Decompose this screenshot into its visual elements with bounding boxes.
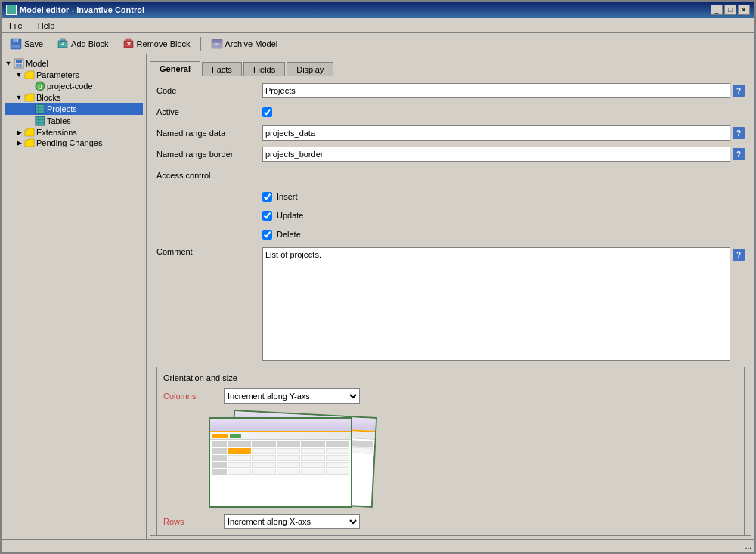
tab-facts[interactable]: Facts [202,62,242,76]
archive-model-label: Archive Model [225,39,278,48]
rows-row: Rows Increment along X-axs Increment alo… [163,514,738,529]
columns-row: Columns Increment along Y-axs Increment … [163,388,738,404]
comment-help-button[interactable]: ? [733,249,745,261]
tree-toggle-extensions[interactable]: ▶ [15,128,23,136]
columns-select[interactable]: Increment along Y-axs Increment along X-… [224,388,360,404]
add-icon: + [57,38,69,50]
comment-textarea[interactable]: List of projects. [262,247,730,361]
excel-thumb-front [209,417,352,508]
maximize-button[interactable]: □ [724,5,736,15]
tab-general[interactable]: General [150,61,200,76]
window-controls: _ □ ✕ [711,5,750,15]
insert-label: Insert [277,192,298,201]
archive-model-button[interactable]: Archive Model [206,36,284,52]
access-control-label: Access control [156,171,262,180]
svg-rect-12 [215,43,219,45]
named-range-data-help-button[interactable]: ? [733,127,745,139]
tree-item-pending-changes[interactable]: ▶ Pending Changes [5,138,143,148]
rows-label: Rows [163,517,224,526]
tree-root: ▼ Model ▼ Parameters [5,57,143,148]
main-layout: ▼ Model ▼ Parameters [2,54,754,539]
tree-item-blocks[interactable]: ▼ Blocks [5,92,143,103]
tree-item-projects[interactable]: ▶ Projects [5,103,143,115]
minimize-button[interactable]: _ [711,5,723,15]
tree-toggle-pending-changes[interactable]: ▶ [15,139,23,147]
tree-item-extensions[interactable]: ▶ Extensions [5,127,143,138]
save-button[interactable]: Save [5,36,48,52]
named-range-border-row: Named range border ? [156,146,745,162]
project-code-icon: p [35,81,45,91]
tree-item-model[interactable]: ▼ Model [5,57,143,70]
svg-text:✕: ✕ [125,41,131,48]
tree-toggle-blocks[interactable]: ▼ [15,94,23,101]
tree-extensions-label: Extensions [36,128,77,137]
archive-icon [211,38,223,50]
svg-rect-22 [36,116,45,125]
insert-row: Insert [262,188,745,205]
delete-label: Delete [277,230,301,239]
insert-checkbox[interactable] [262,192,272,202]
tree-item-project-code[interactable]: ▶ p project-code [5,80,143,92]
active-label: Active [156,107,262,116]
add-block-button[interactable]: + Add Block [51,36,114,52]
tree-toggle-parameters[interactable]: ▼ [15,71,23,79]
columns-label: Columns [163,392,224,401]
named-range-border-input[interactable] [262,147,730,162]
remove-block-button[interactable]: ✕ Remove Block [117,36,196,52]
tree-toggle-model[interactable]: ▼ [5,60,12,67]
code-label: Code [156,86,262,95]
svg-rect-3 [17,39,18,42]
menu-help[interactable]: Help [33,20,60,32]
toolbar-separator [200,37,201,51]
tree-model-label: Model [26,59,48,68]
tree-pending-changes-label: Pending Changes [36,138,102,147]
close-button[interactable]: ✕ [738,5,750,15]
window-icon [6,5,17,15]
save-label: Save [24,39,43,48]
comment-row: Comment List of projects. ? [156,247,745,361]
named-range-border-label: Named range border [156,150,262,159]
tree-item-tables[interactable]: ▶ Tables [5,115,143,127]
tab-fields[interactable]: Fields [243,62,285,76]
right-panel: General Facts Fields Display Code ? [147,54,754,539]
code-row: Code ? [156,82,745,99]
code-input[interactable] [262,83,730,98]
svg-rect-14 [16,60,22,63]
named-range-data-label: Named range data [156,128,262,138]
blocks-folder-icon [24,93,35,102]
remove-block-label: Remove Block [137,39,191,48]
projects-table-icon [35,104,45,114]
tab-display[interactable]: Display [287,62,333,76]
tree-parameters-label: Parameters [36,70,79,79]
extensions-folder-icon [24,128,35,137]
orientation-title: Orientation and size [163,373,738,382]
tree-projects-label: Projects [47,104,77,113]
window-title: Model editor - Invantive Control [20,5,144,14]
delete-checkbox[interactable] [262,230,272,240]
tree-project-code-label: project-code [47,82,93,91]
menu-file[interactable]: File [5,20,27,32]
svg-rect-2 [12,45,20,48]
named-range-border-help-button[interactable]: ? [733,148,745,160]
code-help-button[interactable]: ? [733,85,745,97]
tree-item-parameters[interactable]: ▼ Parameters [5,70,143,80]
comment-label: Comment [156,247,262,256]
save-icon [10,38,22,50]
model-icon [14,58,24,69]
update-row: Update [262,207,745,224]
named-range-data-input[interactable] [262,125,730,141]
tab-bar: General Facts Fields Display [150,57,751,76]
svg-rect-15 [16,64,22,67]
tree-blocks-label: Blocks [36,93,60,102]
active-checkbox[interactable] [262,107,272,117]
svg-text:+: + [61,41,65,48]
svg-text:p: p [38,82,42,91]
status-bar: ... [2,539,754,552]
excel-preview [163,410,738,508]
rows-select[interactable]: Increment along X-axs Increment along Y-… [224,514,360,529]
tables-table-icon [35,116,45,126]
parameters-folder-icon [24,70,35,79]
orientation-section: Orientation and size Columns Increment a… [156,367,745,536]
main-window: Model editor - Invantive Control _ □ ✕ F… [0,0,756,554]
update-checkbox[interactable] [262,211,272,221]
